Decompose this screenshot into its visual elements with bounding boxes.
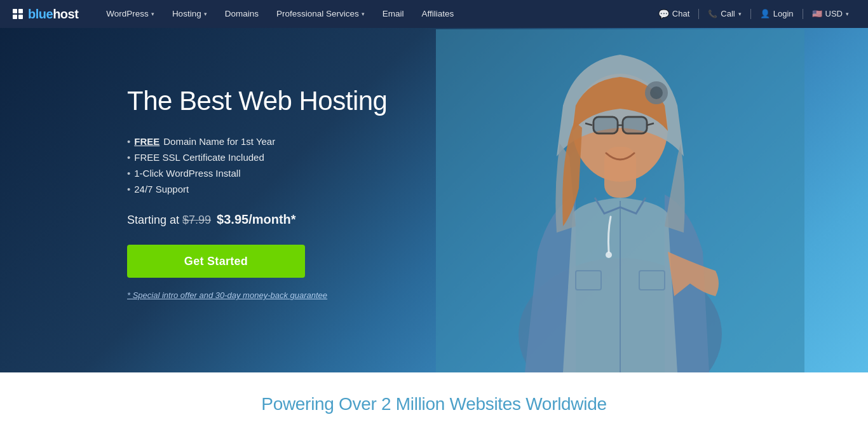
feature-item: 24/7 Support	[127, 184, 387, 194]
call-link[interactable]: Call ▾	[702, 0, 747, 28]
nav-divider	[803, 9, 803, 19]
feature-item: FREE Domain Name for 1st Year	[127, 136, 387, 147]
guarantee-link[interactable]: * Special intro offer and 30-day money-b…	[127, 290, 327, 300]
pricing-info: Starting at $7.99 $3.95/month*	[127, 212, 387, 227]
svg-point-17	[606, 252, 612, 258]
hero-content: The Best Web Hosting FREE Domain Name fo…	[127, 85, 387, 301]
current-price: $3.95/month*	[217, 212, 295, 226]
call-icon	[708, 0, 717, 28]
chat-icon	[658, 0, 669, 29]
chevron-down-icon: ▾	[151, 0, 154, 28]
feature-item: 1-Click WordPress Install	[127, 168, 387, 179]
top-right-actions: Chat Call ▾ Login USD ▾	[652, 0, 855, 29]
user-icon	[760, 0, 770, 28]
original-price: $7.99	[182, 214, 211, 226]
top-navigation: bluehost WordPress ▾ Hosting ▾ Domains P…	[0, 0, 868, 28]
svg-rect-10	[594, 118, 617, 133]
person-svg	[436, 29, 804, 372]
nav-affiliates[interactable]: Affiliates	[413, 0, 463, 28]
nav-divider	[698, 9, 699, 19]
bottom-tagline: Powering Over 2 Million Websites Worldwi…	[261, 394, 606, 414]
login-link[interactable]: Login	[754, 0, 800, 28]
chat-link[interactable]: Chat	[652, 0, 696, 29]
main-menu: WordPress ▾ Hosting ▾ Domains Profession…	[97, 0, 652, 28]
nav-hosting[interactable]: Hosting ▾	[163, 0, 216, 28]
nav-professional-services[interactable]: Professional Services ▾	[268, 0, 374, 28]
svg-rect-11	[623, 118, 646, 133]
chevron-down-icon: ▾	[846, 0, 849, 28]
chevron-down-icon: ▾	[362, 0, 365, 28]
currency-selector[interactable]: USD ▾	[806, 0, 855, 28]
nav-domains[interactable]: Domains	[216, 0, 268, 28]
hero-section: The Best Web Hosting FREE Domain Name fo…	[0, 28, 868, 372]
brand-logo: bluehost	[28, 7, 78, 22]
logo-area[interactable]: bluehost	[13, 7, 78, 22]
nav-email[interactable]: Email	[374, 0, 413, 28]
feature-item: FREE SSL Certificate Included	[127, 152, 387, 163]
grid-icon	[13, 9, 23, 19]
hero-title: The Best Web Hosting	[127, 85, 387, 117]
hero-features-list: FREE Domain Name for 1st Year FREE SSL C…	[127, 136, 387, 194]
svg-point-13	[650, 86, 663, 99]
chevron-down-icon: ▾	[204, 0, 207, 28]
hero-person-image	[410, 28, 804, 372]
chevron-down-icon: ▾	[738, 0, 742, 28]
bottom-section: Powering Over 2 Million Websites Worldwi…	[0, 372, 868, 436]
flag-icon	[812, 0, 822, 28]
nav-wordpress[interactable]: WordPress ▾	[97, 0, 163, 28]
free-badge: FREE	[134, 136, 159, 147]
nav-divider	[750, 9, 751, 19]
get-started-button[interactable]: Get Started	[127, 245, 305, 278]
